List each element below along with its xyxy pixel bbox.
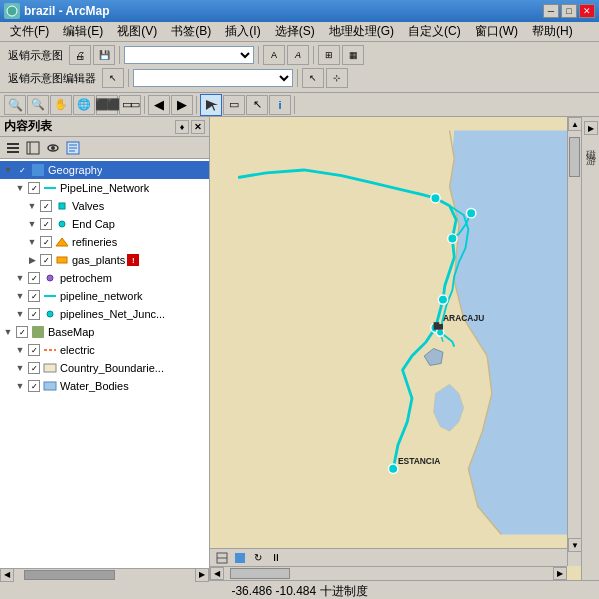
menu-file[interactable]: 文件(F) [4,21,55,42]
expander-gas-plants[interactable]: ▶ [26,254,38,266]
toolbar-dropdown-1[interactable] [124,46,254,64]
expander-water-bodies[interactable]: ▼ [14,380,26,392]
layer-pipelines-net-junc[interactable]: ▼ ✓ pipelines_Net_Junc... [0,305,209,323]
map-hscroll-thumb[interactable] [230,568,290,579]
toolbar-dropdown-2[interactable] [133,69,293,87]
nav-btn-back[interactable]: ◀ [148,95,170,115]
toc-btn-source[interactable] [24,139,42,157]
toc-scroll-left[interactable]: ◀ [0,568,14,582]
toolbar-btn-print[interactable]: 🖨 [69,45,91,65]
expander-petrochem[interactable]: ▼ [14,272,26,284]
layer-petrochem[interactable]: ▼ ✓ petrochem [0,269,209,287]
layer-geography[interactable]: ▼ ✓ Geography [0,161,209,179]
expander-valves[interactable]: ▼ [26,200,38,212]
nav-btn-zoomout[interactable]: 🔍 [27,95,49,115]
map-scroll-right[interactable]: ▶ [553,567,567,580]
map-area[interactable]: ARACAJU ESTANCIA ↻ ⏸ ▲ ▼ ◀ ▶ [210,117,581,580]
nav-btn-pan[interactable]: ✋ [50,95,72,115]
menu-help[interactable]: 帮助(H) [526,21,579,42]
expander-pipelines-net-junc[interactable]: ▼ [14,308,26,320]
layer-country-boundaries[interactable]: ▼ ✓ Country_Boundarie... [0,359,209,377]
map-scroll-down[interactable]: ▼ [568,538,581,552]
nav-btn-globe[interactable]: 🌐 [73,95,95,115]
expander-basemap[interactable]: ▼ [2,326,14,338]
checkbox-valves[interactable]: ✓ [40,200,52,212]
expander-electric[interactable]: ▼ [14,344,26,356]
expander-country-boundaries[interactable]: ▼ [14,362,26,374]
toc-btn-list[interactable] [4,139,22,157]
nav-btn-select[interactable] [200,94,222,116]
close-button[interactable]: ✕ [579,4,595,18]
toolbar-btn-copy[interactable]: ⊞ [318,45,340,65]
right-btn-1[interactable]: ▶ [584,121,598,135]
nav-btn-identify[interactable]: ▭ [223,95,245,115]
menu-bookmark[interactable]: 书签(B) [165,21,217,42]
nav-btn-fullextent[interactable]: ⬛⬛ [96,95,118,115]
toc-close-button[interactable]: ✕ [191,120,205,134]
toolbar-btn-cursor[interactable]: ↖ [102,68,124,88]
map-scroll-left[interactable]: ◀ [210,567,224,580]
layer-valves[interactable]: ▼ ✓ Valves [0,197,209,215]
expander-geography[interactable]: ▼ [2,164,14,176]
expander-pipeline-network[interactable]: ▼ [14,182,26,194]
map-vscroll[interactable]: ▲ ▼ [567,117,581,566]
map-btn-1[interactable] [214,550,230,566]
toolbar-btn-save[interactable]: 💾 [93,45,115,65]
toc-pin-button[interactable]: ♦ [175,120,189,134]
layer-pipeline-network[interactable]: ▼ ✓ PipeLine_Network [0,179,209,197]
toc-scrollbar-track[interactable] [14,569,195,581]
checkbox-country-boundaries[interactable]: ✓ [28,362,40,374]
minimize-button[interactable]: ─ [543,4,559,18]
layer-water-bodies[interactable]: ▼ ✓ Water_Bodies [0,377,209,395]
layer-electric[interactable]: ▼ ✓ electric [0,341,209,359]
nav-btn-info[interactable]: i [269,95,291,115]
toolbar-btn-arrow1[interactable]: ↖ [302,68,324,88]
expander-endcap[interactable]: ▼ [26,218,38,230]
layer-pipeline-network2[interactable]: ▼ ✓ pipeline_network [0,287,209,305]
checkbox-refineries[interactable]: ✓ [40,236,52,248]
checkbox-endcap[interactable]: ✓ [40,218,52,230]
toc-btn-visibility[interactable] [44,139,62,157]
nav-btn-forward[interactable]: ▶ [171,95,193,115]
menu-geoprocessing[interactable]: 地理处理(G) [323,21,400,42]
checkbox-pipeline-network[interactable]: ✓ [28,182,40,194]
map-vscroll-thumb[interactable] [569,137,580,177]
map-btn-refresh[interactable]: ↻ [250,550,266,566]
toolbar-btn-arrow2[interactable]: ⊹ [326,68,348,88]
map-scroll-up[interactable]: ▲ [568,117,581,131]
nav-btn-zoomin[interactable]: 🔍 [4,95,26,115]
checkbox-geography[interactable]: ✓ [16,164,28,176]
expander-pipeline-network2[interactable]: ▼ [14,290,26,302]
checkbox-water-bodies[interactable]: ✓ [28,380,40,392]
map-btn-2[interactable] [232,550,248,566]
menu-select[interactable]: 选择(S) [269,21,321,42]
checkbox-basemap[interactable]: ✓ [16,326,28,338]
checkbox-petrochem[interactable]: ✓ [28,272,40,284]
layer-gas-plants[interactable]: ▶ ✓ gas_plants ! [0,251,209,269]
menu-edit[interactable]: 编辑(E) [57,21,109,42]
layer-refineries[interactable]: ▼ ✓ refineries [0,233,209,251]
menu-customize[interactable]: 自定义(C) [402,21,467,42]
toc-scroll-right[interactable]: ▶ [195,568,209,582]
toolbar-btn-a1[interactable]: A [263,45,285,65]
expander-refineries[interactable]: ▼ [26,236,38,248]
toolbar-btn-paste[interactable]: ▦ [342,45,364,65]
checkbox-pipelines-net-junc[interactable]: ✓ [28,308,40,320]
menu-window[interactable]: 窗口(W) [469,21,524,42]
maximize-button[interactable]: □ [561,4,577,18]
map-btn-pause[interactable]: ⏸ [268,550,284,566]
checkbox-gas-plants[interactable]: ✓ [40,254,52,266]
layer-endcap[interactable]: ▼ ✓ End Cap [0,215,209,233]
menu-view[interactable]: 视图(V) [111,21,163,42]
toc-scrollbar-thumb[interactable] [24,570,115,580]
menu-insert[interactable]: 插入(I) [219,21,266,42]
toc-btn-select[interactable] [64,139,82,157]
layer-basemap[interactable]: ▼ ✓ BaseMap [0,323,209,341]
map-hscroll[interactable]: ◀ ▶ [210,566,567,580]
nav-btn-arrow-tool[interactable]: ↖ [246,95,268,115]
toolbar-btn-a2[interactable]: A [287,45,309,65]
toc-scrollbar[interactable]: ◀ ▶ [0,568,209,580]
checkbox-electric[interactable]: ✓ [28,344,40,356]
checkbox-pipeline-network2[interactable]: ✓ [28,290,40,302]
nav-btn-extent2[interactable]: ▭▭ [119,95,141,115]
